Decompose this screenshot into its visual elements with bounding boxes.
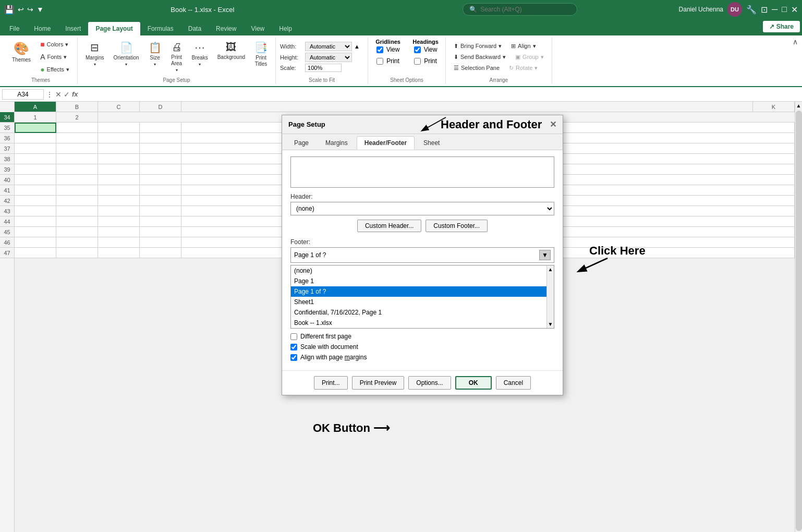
colors-button[interactable]: ■ Colors ▾ (37, 39, 73, 50)
insert-function-icon[interactable]: fx (72, 90, 78, 98)
cell-c34[interactable] (98, 123, 140, 133)
save-icon[interactable]: 💾 (4, 5, 15, 15)
themes-button[interactable]: 🎨 Themes (8, 39, 34, 75)
minimize-icon[interactable]: ─ (772, 5, 777, 14)
restore-icon[interactable]: ⊡ (761, 5, 768, 15)
print-titles-button[interactable]: 📑 PrintTitles (251, 39, 271, 70)
footer-option-confidential[interactable]: Confidential, 7/16/2022, Page 1 (291, 307, 554, 318)
headings-print-checkbox[interactable] (414, 58, 421, 65)
cancel-formula-icon[interactable]: ✕ (55, 90, 62, 99)
tab-review[interactable]: Review (209, 22, 244, 35)
tab-data[interactable]: Data (181, 22, 209, 35)
header-select[interactable]: (none) (290, 202, 554, 215)
formula-icons: ⋮ ✕ ✓ fx (46, 90, 78, 99)
dialog-tab-margins[interactable]: Margins (318, 136, 356, 150)
scale-input[interactable] (305, 64, 342, 72)
header-dropdown-row: (none) (290, 202, 554, 215)
tab-formulas[interactable]: Formulas (140, 22, 181, 35)
vertical-scrollbar[interactable]: ▲ ▼ (795, 102, 802, 532)
custom-header-button[interactable]: Custom Header... (357, 220, 421, 232)
list-scroll-down[interactable]: ▼ (547, 320, 554, 328)
orientation-icon: 📄 (120, 41, 133, 54)
cancel-button[interactable]: Cancel (496, 376, 531, 390)
share-button[interactable]: ↗ Share (763, 21, 800, 32)
different-first-page-checkbox[interactable] (290, 333, 297, 340)
print-button[interactable]: Print... (314, 376, 348, 390)
settings-icon[interactable]: 🔧 (746, 5, 757, 15)
cell-reference-box[interactable] (2, 89, 44, 100)
formula-input[interactable] (80, 90, 800, 99)
footer-option-page1[interactable]: Page 1 (291, 276, 554, 286)
maximize-icon[interactable]: □ (782, 5, 787, 14)
options-button[interactable]: Options... (408, 376, 451, 390)
size-button[interactable]: 📋 Size ▾ (145, 39, 165, 69)
dialog-tab-headerfooter[interactable]: Header/Footer (357, 136, 415, 150)
dialog-titlebar: Page Setup ✕ (282, 115, 563, 134)
align-button[interactable]: ⊞ Align ▾ (507, 41, 539, 51)
col-header-c: C (98, 102, 140, 112)
tab-page-layout[interactable]: Page Layout (88, 22, 140, 35)
print-area-button[interactable]: 🖨 PrintArea ▾ (167, 39, 186, 75)
send-backward-button[interactable]: ⬇ Send Backward ▾ (450, 52, 509, 62)
height-select[interactable]: Automatic (305, 53, 352, 62)
gridlines-view-checkbox[interactable] (376, 46, 383, 53)
cell-a34[interactable] (15, 123, 56, 133)
headings-header: Headings (410, 39, 441, 45)
title-bar: 💾 ↩ ↪ ▼ Book -- 1.xlsx - Excel 🔍 Daniel … (0, 0, 802, 19)
fonts-button[interactable]: A Fonts ▾ (37, 51, 73, 63)
list-scroll-up[interactable]: ▲ (547, 265, 554, 273)
scale-with-document-checkbox[interactable] (290, 344, 297, 350)
dialog-close-button[interactable]: ✕ (550, 119, 556, 129)
cell-d34[interactable] (140, 123, 181, 133)
print-preview-button[interactable]: Print Preview (352, 376, 405, 390)
footer-option-sheet1[interactable]: Sheet1 (291, 297, 554, 307)
footer-option-page1of[interactable]: Page 1 of ? (291, 286, 554, 297)
colors-icon: ■ (40, 40, 44, 49)
orientation-button[interactable]: 📄 Orientation ▾ (110, 39, 143, 69)
align-with-margins-checkbox[interactable] (290, 354, 297, 361)
list-scrollbar[interactable]: ▲ ▼ (546, 265, 554, 328)
footer-dropdown-list[interactable]: (none) Page 1 Page 1 of ? Sheet1 Confide… (290, 265, 554, 329)
tab-home[interactable]: Home (27, 22, 58, 35)
tab-view[interactable]: View (244, 22, 272, 35)
tab-file[interactable]: File (2, 22, 27, 35)
footer-option-bookname[interactable]: Book -- 1.xlsx (291, 318, 554, 328)
customize-icon[interactable]: ▼ (37, 5, 44, 14)
width-select[interactable]: Automatic (305, 42, 352, 51)
footer-options-list: (none) Page 1 Page 1 of ? Sheet1 Confide… (291, 265, 554, 328)
collapse-ribbon-icon[interactable]: ∧ (788, 35, 802, 48)
undo-icon[interactable]: ↩ (18, 5, 24, 14)
selection-pane-button[interactable]: ☰ Selection Pane (450, 63, 503, 73)
tab-help[interactable]: Help (272, 22, 299, 35)
confirm-formula-icon[interactable]: ✓ (64, 90, 70, 99)
group-button[interactable]: ▣ Group ▾ (512, 52, 548, 62)
scroll-thumb[interactable] (796, 111, 802, 531)
background-button[interactable]: 🖼 Background (214, 39, 249, 63)
expand-icon[interactable]: ⋮ (46, 90, 53, 99)
close-icon[interactable]: ✕ (791, 5, 798, 15)
redo-icon[interactable]: ↪ (27, 5, 33, 14)
margins-button[interactable]: ⊟ Margins ▾ (82, 39, 108, 69)
search-box[interactable]: 🔍 (463, 3, 577, 16)
sheet-options-group-label: Sheet Options (390, 75, 423, 83)
dialog-tab-page[interactable]: Page (286, 136, 317, 150)
scroll-up-arrow[interactable]: ▲ (795, 102, 802, 110)
footer-option-none[interactable]: (none) (291, 265, 554, 276)
rotate-button[interactable]: ↻ Rotate ▾ (505, 63, 541, 73)
group-icon: ▣ (515, 54, 520, 61)
tab-insert[interactable]: Insert (58, 22, 88, 35)
bring-forward-button[interactable]: ⬆ Bring Forward ▾ (450, 41, 505, 51)
dialog-title: Page Setup (288, 120, 325, 128)
ok-button[interactable]: OK (455, 376, 492, 390)
dialog-tab-sheet[interactable]: Sheet (416, 136, 447, 150)
search-input[interactable] (480, 6, 564, 13)
cell-a35[interactable] (15, 133, 56, 143)
gridlines-print-checkbox[interactable] (376, 58, 383, 65)
custom-footer-button[interactable]: Custom Footer... (426, 220, 488, 232)
headings-print-row: Print (414, 57, 437, 65)
effects-button[interactable]: ● Effects ▾ (37, 64, 73, 75)
footer-current-display[interactable]: Page 1 of ? ▼ (290, 247, 554, 263)
cell-b34[interactable] (56, 123, 98, 133)
breaks-button[interactable]: ⋯ Breaks ▾ (188, 39, 212, 69)
headings-view-checkbox[interactable] (414, 46, 421, 53)
